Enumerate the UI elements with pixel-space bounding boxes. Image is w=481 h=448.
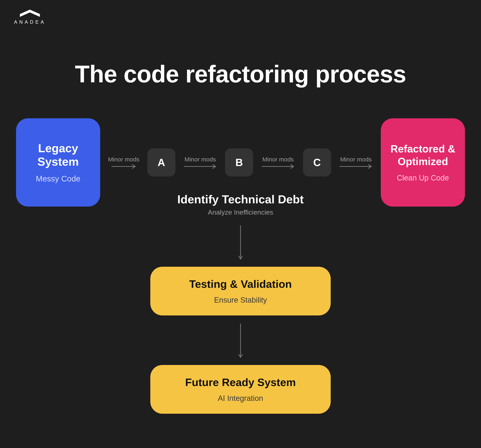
node-identify-technical-debt: Identify Technical Debt Analyze Ineffici… bbox=[0, 193, 481, 216]
identify-title: Identify Technical Debt bbox=[0, 193, 481, 206]
identify-subtitle: Analyze Inefficiencies bbox=[0, 208, 481, 216]
arrow-label: Minor mods bbox=[340, 156, 372, 163]
arrow-right-icon bbox=[261, 164, 295, 169]
node-step-c: C bbox=[303, 148, 331, 177]
node-legacy-title: Legacy System bbox=[24, 142, 92, 168]
node-refactored-title: Refactored & Optimized bbox=[389, 143, 457, 168]
arrow-minor-mods-1: Minor mods bbox=[108, 156, 140, 169]
node-future-ready-system: Future Ready System AI Integration bbox=[150, 365, 331, 414]
diagram-title: The code refactoring process bbox=[0, 60, 481, 88]
brand-logo: ANADEA bbox=[14, 8, 46, 25]
arrow-right-icon bbox=[183, 164, 217, 169]
future-title: Future Ready System bbox=[185, 376, 296, 388]
node-step-b: B bbox=[225, 148, 253, 177]
arrow-right-icon bbox=[339, 164, 373, 169]
node-testing-validation: Testing & Validation Ensure Stability bbox=[150, 267, 331, 316]
arrow-minor-mods-4: Minor mods bbox=[339, 156, 373, 169]
arrow-down-icon bbox=[238, 224, 243, 261]
arrow-right-icon bbox=[111, 164, 137, 169]
brand-logo-mark bbox=[18, 8, 42, 18]
arrow-label: Minor mods bbox=[108, 156, 140, 163]
arrow-minor-mods-2: Minor mods bbox=[183, 156, 217, 169]
arrow-label: Minor mods bbox=[185, 156, 216, 163]
testing-title: Testing & Validation bbox=[189, 278, 292, 290]
future-subtitle: AI Integration bbox=[218, 394, 263, 403]
brand-name: ANADEA bbox=[14, 19, 46, 25]
arrow-label: Minor mods bbox=[262, 156, 294, 163]
arrow-minor-mods-3: Minor mods bbox=[261, 156, 295, 169]
node-legacy-subtitle: Messy Code bbox=[36, 174, 80, 183]
testing-subtitle: Ensure Stability bbox=[214, 296, 267, 304]
node-refactored-subtitle: Clean Up Code bbox=[397, 174, 449, 182]
arrow-down-icon bbox=[238, 323, 243, 359]
svg-marker-0 bbox=[20, 10, 40, 17]
node-step-a: A bbox=[147, 148, 175, 177]
